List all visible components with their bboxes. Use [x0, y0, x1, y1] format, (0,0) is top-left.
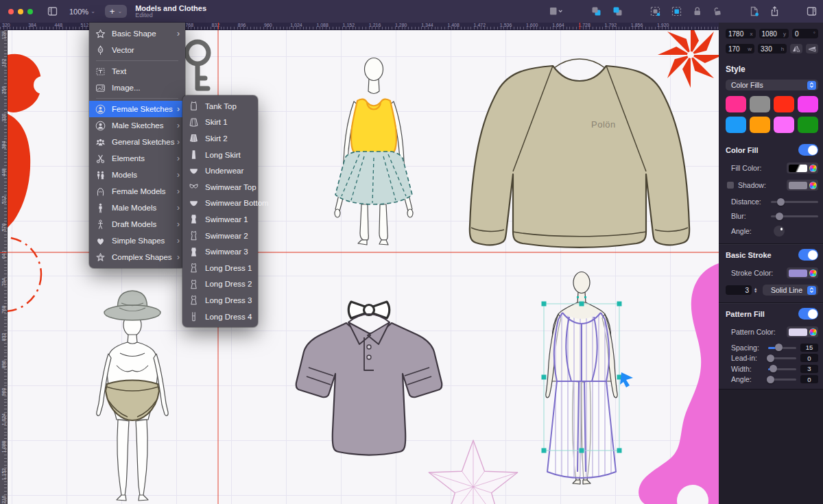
width-field[interactable]: 170 w — [726, 44, 754, 53]
submenu-item[interactable]: Swimwear 2 — [182, 228, 258, 244]
color-swatch[interactable] — [798, 96, 818, 112]
fill-type-dropdown[interactable]: Color Fills — [726, 80, 818, 91]
insert-menu-item[interactable]: Image... › — [89, 80, 185, 96]
pink-blob-shape[interactable] — [639, 263, 719, 504]
female-sketch-tank-skirt[interactable] — [335, 58, 413, 245]
minimize-window-button[interactable] — [18, 9, 23, 14]
insert-menu-item[interactable]: General Sketches › — [89, 134, 185, 150]
zoom-level-dropdown[interactable]: 100% ⌄ — [69, 8, 95, 16]
insert-menu-item[interactable]: Text › — [89, 63, 185, 80]
submenu-item[interactable]: Skirt 1 — [182, 115, 258, 131]
ungroup-selection-button[interactable] — [671, 5, 682, 17]
insert-menu-item[interactable]: Female Sketches › — [89, 101, 185, 117]
zoom-window-button[interactable] — [27, 9, 33, 14]
submenu-item[interactable]: Underwear — [182, 163, 258, 179]
color-picker-icon[interactable] — [809, 269, 817, 277]
bow-tie-shape[interactable] — [348, 302, 390, 318]
color-fill-toggle[interactable] — [798, 144, 818, 156]
pinwheel-star-shape[interactable] — [658, 30, 719, 88]
color-swatch[interactable] — [774, 96, 794, 112]
color-swatch[interactable] — [774, 117, 794, 133]
insert-shape-button[interactable]: + ⌄ — [105, 5, 127, 18]
copy-style-button[interactable] — [591, 5, 602, 17]
color-picker-icon[interactable] — [809, 165, 817, 172]
insert-menu-item[interactable]: Female Models › — [89, 183, 185, 200]
pattern-slider[interactable] — [768, 354, 796, 362]
submenu-item[interactable]: Swimwear 1 — [182, 211, 258, 228]
red-ribbon-shape[interactable] — [8, 54, 51, 228]
stroke-color-well[interactable] — [787, 267, 818, 278]
color-swatch[interactable] — [726, 96, 746, 112]
shadow-checkbox[interactable] — [727, 182, 734, 189]
insert-menu-item[interactable]: Simple Shapes › — [89, 232, 185, 249]
rotation-field[interactable]: 0 ° — [792, 29, 818, 38]
pattern-color-well[interactable] — [787, 326, 818, 337]
color-picker-icon[interactable] — [809, 182, 817, 189]
polo-shirt-shape[interactable] — [296, 314, 442, 455]
y-position-field[interactable]: 1080 y — [759, 29, 789, 38]
angle-knob[interactable] — [774, 226, 785, 237]
paste-style-button[interactable] — [612, 5, 623, 17]
color-swatch[interactable] — [798, 117, 818, 133]
artboard-dropdown-button[interactable] — [548, 5, 564, 17]
close-window-button[interactable] — [8, 9, 14, 14]
flip-vertical-button[interactable] — [806, 44, 818, 53]
pattern-fill-toggle[interactable] — [798, 308, 818, 320]
key-shape[interactable] — [187, 42, 208, 88]
distance-slider[interactable] — [771, 197, 818, 206]
stepper-arrows-icon[interactable]: ▲▼ — [754, 287, 757, 293]
lock-button[interactable] — [692, 5, 702, 17]
fill-color-well[interactable] — [787, 163, 818, 173]
group-selection-button[interactable] — [649, 5, 661, 17]
submenu-item[interactable]: Long Dress 2 — [182, 276, 258, 293]
inspector-toggle-button[interactable] — [806, 5, 818, 17]
insert-menu-item[interactable]: Basic Shape › — [89, 25, 185, 42]
submenu-item[interactable]: Long Skirt — [182, 147, 258, 163]
pattern-slider[interactable] — [768, 344, 796, 352]
pattern-slider[interactable] — [768, 375, 796, 383]
insert-menu-item[interactable]: Elements › — [89, 150, 185, 167]
basic-stroke-toggle[interactable] — [798, 249, 818, 261]
insert-menu-item[interactable]: Vector › — [89, 42, 185, 58]
submenu-item[interactable]: Swimwear 3 — [182, 243, 258, 260]
color-swatch[interactable] — [750, 117, 770, 133]
height-field[interactable]: 330 h — [758, 44, 787, 53]
color-swatch[interactable] — [726, 117, 746, 133]
color-swatch[interactable] — [750, 96, 770, 112]
shadow-color-well[interactable] — [787, 180, 818, 191]
pattern-slider[interactable] — [768, 365, 796, 373]
stroke-style-dropdown[interactable]: Solid Line — [763, 285, 818, 296]
submenu-item[interactable]: Swimwear Top — [182, 179, 258, 195]
share-button[interactable] — [770, 5, 780, 17]
flip-horizontal-button[interactable] — [790, 44, 802, 53]
ruler-vertical[interactable]: 1281922563203844485125766407047688328969… — [0, 30, 8, 504]
stroke-width-stepper[interactable]: 3 ▲▼ — [726, 285, 757, 295]
sidebar-toggle-button[interactable] — [47, 5, 58, 17]
dashed-circle-shape[interactable] — [8, 237, 41, 311]
x-position-field[interactable]: 1780 x — [726, 29, 756, 38]
unlock-button[interactable] — [712, 5, 722, 17]
insert-menu-item[interactable]: Complex Shapes › — [89, 249, 185, 265]
basic-stroke-row: Basic Stroke — [726, 249, 818, 261]
pattern-slider-value[interactable]: 15 — [800, 344, 818, 352]
male-sketch-hat-briefs[interactable] — [97, 291, 168, 501]
pattern-slider-value[interactable]: 3 — [800, 365, 818, 373]
export-document-button[interactable] — [748, 5, 760, 17]
submenu-item[interactable]: Tank Top — [182, 98, 258, 115]
insert-menu-item[interactable]: Male Sketches › — [89, 117, 185, 134]
insert-menu-item[interactable]: Draft Models › — [89, 216, 185, 232]
color-picker-icon[interactable] — [809, 328, 817, 336]
submenu-item[interactable]: Swimwear Bottom — [182, 195, 258, 212]
submenu-item[interactable]: Long Dress 1 — [182, 260, 258, 276]
pale-star-shape[interactable] — [429, 440, 517, 504]
stroke-width-field[interactable]: 3 — [726, 285, 752, 295]
pattern-slider-value[interactable]: 0 — [800, 375, 818, 383]
submenu-item[interactable]: Long Dress 3 — [182, 292, 258, 309]
insert-menu-item[interactable]: Male Models › — [89, 200, 185, 216]
blur-slider[interactable] — [771, 212, 818, 220]
submenu-item[interactable]: Long Dress 4 — [182, 309, 258, 325]
sweater-shape[interactable] — [470, 59, 689, 248]
insert-menu-item[interactable]: Models › — [89, 167, 185, 183]
submenu-item[interactable]: Skirt 2 — [182, 130, 258, 147]
pattern-slider-value[interactable]: 0 — [800, 354, 818, 362]
